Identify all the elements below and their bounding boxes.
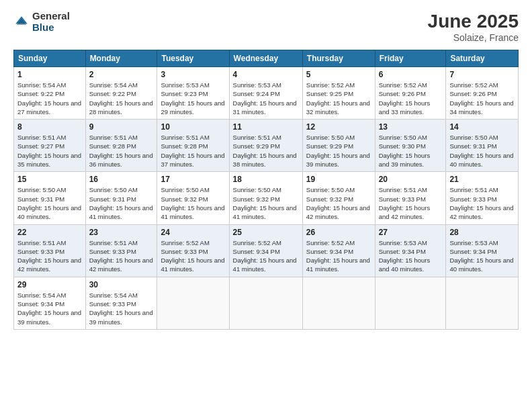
day-number: 2 — [89, 70, 154, 79]
day-info: Sunrise: 5:50 AMSunset: 9:30 PMDaylight:… — [379, 133, 443, 169]
day-info: Sunrise: 5:50 AMSunset: 9:32 PMDaylight:… — [233, 185, 299, 221]
table-row: 30Sunrise: 5:54 AMSunset: 9:33 PMDayligh… — [85, 277, 157, 329]
col-friday: Friday — [375, 50, 446, 67]
table-row: 1Sunrise: 5:54 AMSunset: 9:22 PMDaylight… — [14, 67, 86, 120]
page: General Blue June 2025 Solaize, France S… — [0, 0, 532, 411]
day-number: 8 — [17, 122, 82, 132]
day-number: 7 — [449, 70, 515, 79]
day-number: 9 — [89, 122, 154, 132]
day-info: Sunrise: 5:51 AMSunset: 9:28 PMDaylight:… — [161, 133, 225, 169]
day-number: 5 — [306, 70, 371, 79]
table-row: 16Sunrise: 5:50 AMSunset: 9:31 PMDayligh… — [85, 172, 157, 224]
table-row: 19Sunrise: 5:50 AMSunset: 9:32 PMDayligh… — [302, 172, 375, 224]
day-info: Sunrise: 5:51 AMSunset: 9:27 PMDaylight:… — [17, 133, 82, 169]
table-row: 6Sunrise: 5:52 AMSunset: 9:26 PMDaylight… — [375, 67, 446, 120]
day-number: 25 — [233, 228, 299, 237]
table-row — [375, 277, 446, 329]
table-row — [446, 277, 519, 329]
day-info: Sunrise: 5:51 AMSunset: 9:29 PMDaylight:… — [233, 133, 299, 169]
table-row: 10Sunrise: 5:51 AMSunset: 9:28 PMDayligh… — [157, 120, 229, 172]
col-saturday: Saturday — [446, 50, 519, 67]
day-number: 20 — [379, 175, 443, 184]
day-number: 15 — [17, 175, 82, 184]
table-row: 5Sunrise: 5:52 AMSunset: 9:25 PMDaylight… — [302, 67, 375, 120]
day-info: Sunrise: 5:52 AMSunset: 9:26 PMDaylight:… — [379, 81, 443, 116]
table-row: 4Sunrise: 5:53 AMSunset: 9:24 PMDaylight… — [229, 67, 302, 120]
day-number: 23 — [89, 228, 154, 237]
day-number: 28 — [449, 228, 515, 237]
table-row: 24Sunrise: 5:52 AMSunset: 9:33 PMDayligh… — [157, 224, 229, 277]
day-number: 1 — [17, 70, 82, 79]
calendar-week-row: 29Sunrise: 5:54 AMSunset: 9:34 PMDayligh… — [14, 277, 519, 329]
day-info: Sunrise: 5:53 AMSunset: 9:24 PMDaylight:… — [233, 81, 299, 116]
day-number: 16 — [89, 175, 154, 184]
header: General Blue June 2025 Solaize, France — [13, 11, 519, 43]
day-info: Sunrise: 5:51 AMSunset: 9:33 PMDaylight:… — [379, 185, 443, 221]
table-row: 18Sunrise: 5:50 AMSunset: 9:32 PMDayligh… — [229, 172, 302, 224]
table-row: 29Sunrise: 5:54 AMSunset: 9:34 PMDayligh… — [14, 277, 86, 329]
logo-blue: Blue — [32, 22, 70, 34]
day-number: 13 — [379, 122, 443, 132]
table-row: 13Sunrise: 5:50 AMSunset: 9:30 PMDayligh… — [375, 120, 446, 172]
day-info: Sunrise: 5:53 AMSunset: 9:34 PMDaylight:… — [449, 238, 515, 274]
table-row: 15Sunrise: 5:50 AMSunset: 9:31 PMDayligh… — [14, 172, 86, 224]
table-row — [229, 277, 302, 329]
day-number: 26 — [306, 228, 371, 237]
day-info: Sunrise: 5:53 AMSunset: 9:34 PMDaylight:… — [379, 238, 443, 274]
day-info: Sunrise: 5:50 AMSunset: 9:32 PMDaylight:… — [306, 185, 371, 221]
col-wednesday: Wednesday — [229, 50, 302, 67]
table-row: 3Sunrise: 5:53 AMSunset: 9:23 PMDaylight… — [157, 67, 229, 120]
day-info: Sunrise: 5:51 AMSunset: 9:28 PMDaylight:… — [89, 133, 154, 169]
col-monday: Monday — [85, 50, 157, 67]
day-info: Sunrise: 5:54 AMSunset: 9:22 PMDaylight:… — [17, 81, 82, 116]
day-number: 14 — [449, 122, 515, 132]
table-row: 27Sunrise: 5:53 AMSunset: 9:34 PMDayligh… — [375, 224, 446, 277]
day-info: Sunrise: 5:54 AMSunset: 9:34 PMDaylight:… — [17, 291, 82, 326]
day-info: Sunrise: 5:52 AMSunset: 9:25 PMDaylight:… — [306, 81, 371, 116]
calendar-week-row: 15Sunrise: 5:50 AMSunset: 9:31 PMDayligh… — [14, 172, 519, 224]
day-info: Sunrise: 5:51 AMSunset: 9:33 PMDaylight:… — [17, 238, 82, 274]
day-number: 18 — [233, 175, 299, 184]
logo-general: General — [32, 11, 70, 22]
day-info: Sunrise: 5:52 AMSunset: 9:34 PMDaylight:… — [306, 238, 371, 274]
logo-icon — [13, 14, 30, 30]
table-row: 20Sunrise: 5:51 AMSunset: 9:33 PMDayligh… — [375, 172, 446, 224]
table-row: 12Sunrise: 5:50 AMSunset: 9:29 PMDayligh… — [302, 120, 375, 172]
day-number: 22 — [17, 228, 82, 237]
col-tuesday: Tuesday — [157, 50, 229, 67]
day-number: 10 — [161, 122, 225, 132]
table-row: 21Sunrise: 5:51 AMSunset: 9:33 PMDayligh… — [446, 172, 519, 224]
day-number: 17 — [161, 175, 225, 184]
day-info: Sunrise: 5:50 AMSunset: 9:31 PMDaylight:… — [89, 185, 154, 221]
day-info: Sunrise: 5:52 AMSunset: 9:33 PMDaylight:… — [161, 238, 225, 274]
day-info: Sunrise: 5:50 AMSunset: 9:31 PMDaylight:… — [449, 133, 515, 169]
day-number: 12 — [306, 122, 371, 132]
table-row: 25Sunrise: 5:52 AMSunset: 9:34 PMDayligh… — [229, 224, 302, 277]
calendar-week-row: 1Sunrise: 5:54 AMSunset: 9:22 PMDaylight… — [14, 67, 519, 120]
day-number: 11 — [233, 122, 299, 132]
calendar-header-row: Sunday Monday Tuesday Wednesday Thursday… — [14, 50, 519, 67]
table-row — [302, 277, 375, 329]
logo-text: General Blue — [32, 11, 70, 33]
logo: General Blue — [13, 11, 70, 33]
location: Solaize, France — [428, 32, 519, 43]
day-number: 3 — [161, 70, 225, 79]
day-info: Sunrise: 5:52 AMSunset: 9:34 PMDaylight:… — [233, 238, 299, 274]
table-row: 14Sunrise: 5:50 AMSunset: 9:31 PMDayligh… — [446, 120, 519, 172]
day-number: 19 — [306, 175, 371, 184]
day-number: 29 — [17, 280, 82, 289]
calendar-week-row: 8Sunrise: 5:51 AMSunset: 9:27 PMDaylight… — [14, 120, 519, 172]
day-info: Sunrise: 5:51 AMSunset: 9:33 PMDaylight:… — [89, 238, 154, 274]
day-number: 21 — [449, 175, 515, 184]
day-info: Sunrise: 5:54 AMSunset: 9:22 PMDaylight:… — [89, 81, 154, 116]
day-info: Sunrise: 5:51 AMSunset: 9:33 PMDaylight:… — [449, 185, 515, 221]
table-row: 23Sunrise: 5:51 AMSunset: 9:33 PMDayligh… — [85, 224, 157, 277]
day-info: Sunrise: 5:50 AMSunset: 9:31 PMDaylight:… — [17, 185, 82, 221]
calendar-table: Sunday Monday Tuesday Wednesday Thursday… — [13, 50, 519, 330]
calendar-week-row: 22Sunrise: 5:51 AMSunset: 9:33 PMDayligh… — [14, 224, 519, 277]
table-row: 22Sunrise: 5:51 AMSunset: 9:33 PMDayligh… — [14, 224, 86, 277]
col-thursday: Thursday — [302, 50, 375, 67]
day-info: Sunrise: 5:54 AMSunset: 9:33 PMDaylight:… — [89, 291, 154, 326]
table-row — [157, 277, 229, 329]
day-number: 4 — [233, 70, 299, 79]
